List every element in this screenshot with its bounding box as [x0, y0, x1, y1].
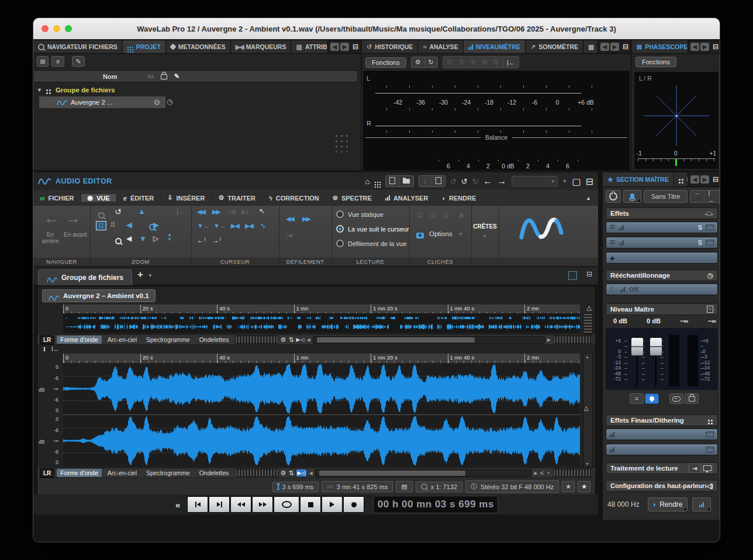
phasescope-panel-menu-icon[interactable]: ⊟ [713, 43, 719, 51]
tab-spectre[interactable]: ⊚SPECTRE [326, 194, 379, 202]
effect-slot-1[interactable]: = S [606, 222, 718, 233]
editor-panel-menu-icon[interactable]: ⊟ [586, 176, 593, 187]
final-effect-slot-2[interactable] [606, 444, 718, 455]
main-sync-icon[interactable]: ▶◁ [296, 469, 307, 476]
zoom-out-h-button[interactable]: ◀ [126, 220, 132, 229]
overview-scrollbar[interactable] [313, 336, 545, 344]
history-clock-icon[interactable]: ◷ [167, 98, 172, 106]
cursor-marker-left-button[interactable]: ▼← [197, 222, 210, 229]
revert-button[interactable]: ↺ [450, 177, 457, 186]
main-view-wavelets[interactable]: Ondelettes [196, 469, 233, 477]
playback-processing-header[interactable]: Traitement de lecture ⇥ [606, 462, 718, 474]
snapshot-options-dropdown-icon[interactable]: ▼ [458, 231, 463, 237]
vertical-scrollbar[interactable]: ▲ △ ▼ [583, 353, 593, 468]
tab-file-browser[interactable]: NAVIGATEUR FICHIERS [33, 40, 123, 53]
tab-sonometer[interactable]: ↗SONOMÈTRE [526, 40, 583, 53]
option-view-follows-cursor[interactable]: La vue suit le curseur [336, 225, 409, 233]
master-panel-menu-icon[interactable]: ⊟ [713, 175, 719, 184]
panel-menu-icon[interactable]: ⊟ [353, 43, 358, 51]
meter-settings-gear-icon[interactable]: ⚙ [412, 57, 425, 67]
right-channel-area[interactable] [63, 415, 580, 466]
final-effects-header[interactable]: Effets Finaux/Dithering [606, 414, 718, 426]
master-scroll-right-button[interactable]: ▶ [700, 175, 709, 184]
master-fader-right[interactable] [650, 337, 662, 356]
tab-history[interactable]: ↺HISTORIQUE [362, 40, 418, 53]
fader-smooth-button[interactable] [645, 393, 659, 404]
playback-insert-button[interactable]: ⇥ [689, 464, 700, 473]
scroll-tabs-right-button[interactable]: ▶ [340, 43, 349, 51]
master-level-header[interactable]: Niveau Maître− [606, 303, 718, 315]
ribbon-collapse-chevron[interactable]: ▲ [586, 195, 598, 201]
nudge-left-button[interactable]: ←⁾ [197, 236, 206, 244]
final-slot1-bypass-button[interactable] [706, 431, 714, 437]
expand-triangle-icon[interactable]: ▼ [37, 87, 42, 93]
effects-resize-icon[interactable]: -□- [704, 210, 713, 217]
master-bypass-icon[interactable]: ⌒ [690, 191, 704, 202]
tab-rendre[interactable]: ◗RENDRE [435, 195, 483, 202]
effects-header[interactable]: Effets-□- [606, 208, 718, 219]
tab-traiter[interactable]: ⚙TRAITER [212, 194, 262, 202]
tab-vue[interactable]: ◉VUE [81, 194, 117, 202]
render-button[interactable]: ◗Rendre [648, 497, 688, 511]
master-level-collapse-icon[interactable]: − [707, 306, 713, 313]
meter-reset-zero-button[interactable]: |← [503, 58, 519, 67]
main-scroll-left-arrow[interactable]: ◀ [309, 471, 312, 476]
option-static-view[interactable]: Vue statique [336, 210, 384, 218]
cursor-to-start-button[interactable]: ◀◀ [197, 208, 205, 216]
radio-scrolling-view[interactable] [336, 240, 344, 247]
visibility-eye-icon[interactable]: ⊙ [154, 98, 160, 106]
tab-sample-attributes[interactable]: ▥ATTRIBUTS ÉCH [291, 40, 327, 53]
snapshot-options-label[interactable]: Options [429, 230, 453, 237]
loop-button[interactable] [274, 496, 299, 513]
record-button[interactable] [343, 496, 364, 513]
zoom-fit-button[interactable]: ⛶ [96, 221, 106, 230]
meter-fonctions-button[interactable]: Fonctions [365, 57, 406, 68]
tree-file-row[interactable]: Auvergne 2 ... [39, 96, 165, 108]
master-scroll-left-button[interactable]: ◀ [690, 175, 699, 184]
zoom-in-small-button[interactable]: ▷ [153, 234, 158, 243]
scroll-prev-button[interactable]: |◀ [286, 231, 292, 239]
tab-editer[interactable]: eÉDITER [117, 195, 161, 202]
tab-phasescope[interactable]: ⊠PHASESCOPE [632, 40, 688, 53]
overview-magnify-icon[interactable]: △ [587, 304, 592, 312]
add-file-group-button[interactable]: + [137, 269, 143, 281]
collapse-ribbon-icon[interactable]: ▼ [562, 178, 568, 184]
cursor-marker-right-button[interactable]: ▼→ [213, 222, 226, 229]
tab-analyser[interactable]: ANALYSER [379, 195, 436, 202]
phasescope-scroll-right-button[interactable]: ▶ [700, 43, 709, 51]
tab-metadata[interactable]: METADONNÉES [166, 40, 231, 53]
go-to-start-button[interactable] [187, 496, 208, 513]
close-window-button[interactable] [42, 25, 49, 32]
scroll-tabs-left-button[interactable]: ◀ [330, 43, 339, 51]
nav-back-arrow-button[interactable]: ← [483, 176, 493, 186]
master-reset-icon[interactable]: |← [704, 188, 720, 205]
new-file-button[interactable] [386, 176, 399, 186]
main-view-rainbow[interactable]: Arc-en-ciel [104, 469, 140, 477]
overview-vzoom-icon[interactable]: ⇅ [288, 336, 293, 344]
option-scrolling-view[interactable]: Défilement de la vue [336, 240, 406, 247]
zoom-preset-dropdown[interactable]: ▼ [512, 176, 558, 186]
zoom-out-vertical-button[interactable]: ▼ [139, 234, 147, 243]
final-effects-grid-icon[interactable] [708, 419, 713, 426]
resampling-slot[interactable]: ☾ Off [606, 284, 718, 295]
overview-wave-area[interactable] [63, 313, 580, 333]
main-scrollbar-thumb[interactable] [319, 471, 465, 476]
undo-button[interactable]: ↺ [461, 177, 468, 186]
meter-scroll-left-button[interactable]: ◀ [600, 43, 609, 51]
resampling-clock-icon[interactable]: ◷ [707, 271, 713, 279]
cursor-wave-button[interactable]: ∿ [260, 222, 266, 230]
main-zoom-slider[interactable] [235, 469, 278, 477]
transport-collapse-chevrons[interactable]: « [175, 500, 180, 510]
zoom-time-button[interactable] [115, 238, 122, 244]
waveform-left-channel[interactable] [63, 363, 580, 414]
snapshot-record-icon[interactable]: ◉ [458, 211, 464, 219]
tab-project[interactable]: PROJET [123, 40, 166, 53]
slot1-menu-icon[interactable]: = [610, 222, 615, 233]
overview-scrollbar-thumb[interactable] [317, 337, 475, 343]
play-button[interactable] [322, 496, 343, 513]
file-group-tab[interactable]: Groupe de fichiers [38, 269, 132, 285]
zoom-undo-button[interactable]: ↺ [115, 207, 122, 216]
meter-panel-menu-icon[interactable]: ⊟ [623, 43, 628, 51]
edit-column-icon[interactable]: ✎ [174, 72, 179, 80]
meter-scroll-right-button[interactable]: ▶ [610, 43, 619, 51]
